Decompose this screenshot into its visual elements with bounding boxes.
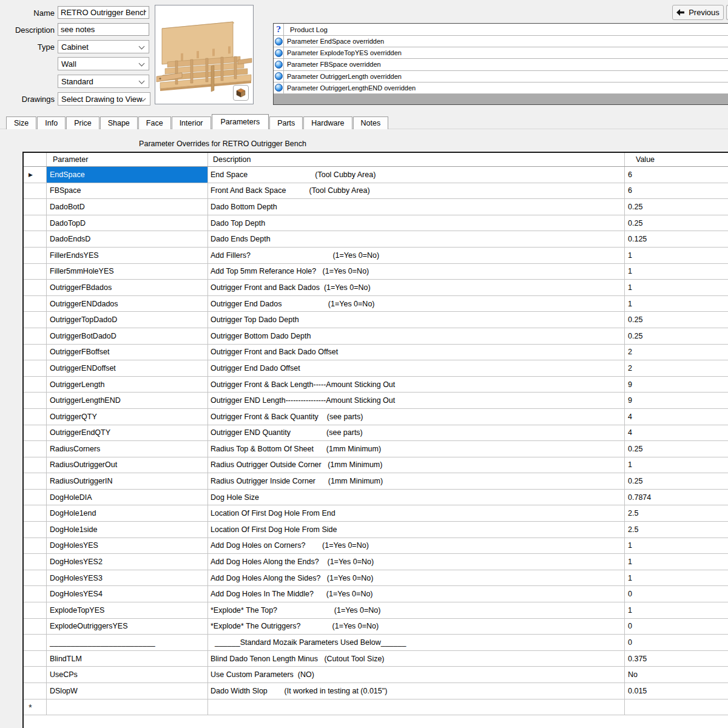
value-cell[interactable]: 1 (625, 602, 728, 619)
value-cell[interactable]: 1 (625, 280, 728, 296)
name-input[interactable] (58, 6, 149, 19)
description-cell[interactable]: *Explode* The Outriggers? (1=Yes 0=No) (208, 619, 625, 635)
description-cell[interactable]: Dado Bottom Depth (208, 199, 625, 215)
table-row[interactable]: DogHoleDIA Dog Hole Size 0.7874 (24, 490, 728, 506)
description-cell[interactable]: Use Custom Parameters (NO) (208, 667, 625, 683)
description-cell[interactable]: Outrigger END Quantity (see parts) (208, 425, 625, 442)
description-cell[interactable]: Location Of First Dog Hole From Side (208, 522, 625, 538)
description-cell[interactable]: Outrigger Front and Back Dados (1=Yes 0=… (208, 280, 625, 296)
value-cell[interactable]: 0 (625, 586, 728, 602)
description-cell[interactable]: Outrigger Top Dado Depth (208, 312, 625, 328)
column-header-value[interactable]: Value (625, 153, 728, 166)
value-cell[interactable]: 6 (625, 167, 728, 183)
value-cell[interactable]: 0.7874 (625, 490, 728, 506)
row-selector-cell[interactable] (24, 183, 47, 200)
parameter-cell[interactable]: _________________________ (47, 635, 208, 651)
parameter-cell[interactable]: ExplodeOutriggersYES (47, 619, 208, 635)
description-cell[interactable]: Radius Outrigger Outside Corner (1mm Min… (208, 457, 625, 474)
parameter-cell[interactable]: DogHolesYES (47, 538, 208, 554)
row-selector-cell[interactable] (24, 683, 47, 699)
value-cell[interactable]: 2 (625, 360, 728, 377)
row-selector-cell[interactable] (24, 199, 47, 215)
row-selector-cell[interactable] (24, 425, 47, 442)
subtype-select[interactable]: Wall (58, 57, 149, 70)
table-row[interactable]: FillerEndsYES Add Fillers? (1=Yes 0=No) … (24, 248, 728, 264)
row-selector-cell[interactable]: * (24, 699, 47, 716)
row-selector-cell[interactable] (24, 264, 47, 280)
value-cell[interactable]: 9 (625, 393, 728, 409)
row-selector-cell[interactable] (24, 457, 47, 474)
parameter-cell[interactable]: EndSpace (47, 167, 208, 183)
value-cell[interactable]: 2 (625, 345, 728, 361)
parameter-cell[interactable]: FillerEndsYES (47, 248, 208, 264)
parameter-cell[interactable]: DadoEndsD (47, 231, 208, 248)
parameter-cell[interactable]: RadiusOutriggerOut (47, 457, 208, 474)
table-row[interactable]: ExplodeOutriggersYES *Explode* The Outri… (24, 619, 728, 635)
table-row[interactable]: OutriggerEndQTY Outrigger END Quantity (… (24, 425, 728, 442)
previous-button[interactable]: Previous (672, 5, 724, 20)
value-cell[interactable]: 1 (625, 296, 728, 312)
table-row[interactable]: OutriggerENDoffset Outrigger End Dado Of… (24, 360, 728, 377)
value-cell[interactable]: 9 (625, 377, 728, 393)
row-selector-cell[interactable] (24, 345, 47, 361)
value-cell[interactable]: 4 (625, 425, 728, 442)
description-cell[interactable]: Outrigger END Length----------------Amou… (208, 393, 625, 409)
parameter-cell[interactable]: OutriggerENDdados (47, 296, 208, 312)
value-cell[interactable]: 4 (625, 409, 728, 425)
table-row[interactable]: ▶ EndSpace End Space (Tool Cubby Area) 6 (24, 167, 728, 183)
value-cell[interactable]: 2.5 (625, 522, 728, 538)
tab[interactable]: Info (37, 116, 66, 129)
column-header-parameter[interactable]: Parameter (47, 153, 208, 166)
description-cell[interactable]: Dado Top Depth (208, 215, 625, 232)
value-cell[interactable]: 0.015 (625, 683, 728, 699)
value-cell[interactable]: 1 (625, 570, 728, 587)
table-row[interactable]: DSlopW Dado Width Slop (It worked in tes… (24, 683, 728, 699)
description-cell[interactable]: Outrigger Bottom Dado Depth (208, 328, 625, 345)
view-cube-button[interactable] (233, 85, 249, 101)
parameter-cell[interactable]: DogHolesYES3 (47, 570, 208, 587)
row-selector-cell[interactable] (24, 602, 47, 619)
row-selector-cell[interactable] (24, 360, 47, 377)
description-cell[interactable]: Add Dog Holes In The Middle? (1=Yes 0=No… (208, 586, 625, 602)
row-selector-cell[interactable] (24, 296, 47, 312)
row-selector-cell[interactable] (24, 248, 47, 264)
description-cell[interactable]: Dog Hole Size (208, 490, 625, 506)
table-row[interactable]: DogHolesYES3 Add Dog Holes Along the Sid… (24, 570, 728, 587)
parameter-cell[interactable]: OutriggerBotDadoD (47, 328, 208, 345)
row-selector-cell[interactable] (24, 441, 47, 457)
parameter-cell[interactable]: RadiusCorners (47, 441, 208, 457)
standard-select[interactable]: Standard (58, 75, 149, 88)
description-cell[interactable]: Add Dog Holes on Corners? (1=Yes 0=No) (208, 538, 625, 554)
description-cell[interactable]: Add Top 5mm Referance Hole? (1=Yes 0=No) (208, 264, 625, 280)
table-row[interactable]: RadiusCorners Radius Top & Bottom Of She… (24, 441, 728, 457)
row-selector-cell[interactable] (24, 328, 47, 345)
parameter-cell[interactable] (47, 699, 208, 716)
table-row[interactable]: * (24, 699, 728, 716)
row-selector-cell[interactable] (24, 667, 47, 683)
value-cell[interactable]: 0.25 (625, 328, 728, 345)
parameter-cell[interactable]: OutriggerEndQTY (47, 425, 208, 442)
value-cell[interactable]: 2.5 (625, 505, 728, 522)
row-selector-cell[interactable] (24, 554, 47, 570)
table-row[interactable]: OutriggerTopDadoD Outrigger Top Dado Dep… (24, 312, 728, 328)
description-cell[interactable]: Front And Back Space (Tool Cubby Area) (208, 183, 625, 200)
description-cell[interactable]: Outrigger End Dados (1=Yes 0=No) (208, 296, 625, 312)
description-cell[interactable]: Outrigger End Dado Offset (208, 360, 625, 377)
parameter-cell[interactable]: OutriggerENDoffset (47, 360, 208, 377)
product-3d-preview[interactable] (155, 5, 254, 104)
value-cell[interactable]: 1 (625, 538, 728, 554)
value-cell[interactable]: 1 (625, 554, 728, 570)
description-input[interactable] (58, 23, 149, 36)
value-cell[interactable]: 0.25 (625, 441, 728, 457)
value-cell[interactable]: 1 (625, 457, 728, 474)
parameter-cell[interactable]: ExplodeTopYES (47, 602, 208, 619)
description-cell[interactable]: Outrigger Front and Back Dado Offset (208, 345, 625, 361)
parameter-cell[interactable]: OutriggerLengthEND (47, 393, 208, 409)
value-cell[interactable] (625, 699, 728, 716)
type-select[interactable]: Cabinet (58, 40, 149, 53)
row-selector-cell[interactable] (24, 538, 47, 554)
table-row[interactable]: RadiusOutriggerIN Radius Outrigger Insid… (24, 473, 728, 490)
table-row[interactable]: DogHolesYES2 Add Dog Holes Along the End… (24, 554, 728, 570)
table-row[interactable]: BlindTLM Blind Dado Tenon Length Minus (… (24, 651, 728, 667)
tab[interactable]: Interior (172, 116, 211, 129)
